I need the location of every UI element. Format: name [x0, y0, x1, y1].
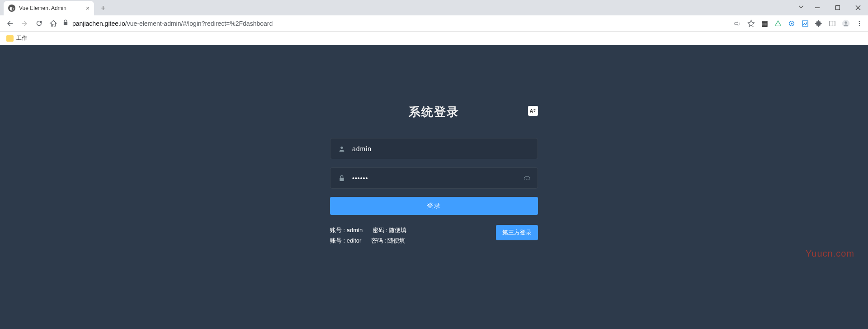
watermark: Yuucn.com — [806, 248, 854, 259]
close-tab-icon[interactable]: × — [86, 5, 90, 12]
svg-line-19 — [529, 178, 530, 179]
tab-title: Vue Element Admin — [19, 5, 86, 11]
svg-line-18 — [528, 179, 528, 180]
toolbar-icons: ▦ — [733, 19, 863, 28]
svg-point-5 — [791, 23, 793, 24]
lock-icon — [337, 175, 347, 182]
address-bar: panjiachen.gitee.io/vue-element-admin/#/… — [0, 15, 868, 32]
svg-rect-7 — [830, 21, 835, 26]
browser-tab-bar: ◐ Vue Element Admin × + — [0, 0, 868, 15]
share-icon[interactable] — [733, 19, 741, 28]
extension-icon-1[interactable]: ▦ — [760, 19, 769, 28]
extension-icon-3[interactable] — [801, 19, 809, 28]
toggle-password-icon[interactable] — [523, 173, 531, 183]
chevron-down-icon[interactable] — [798, 4, 804, 12]
folder-icon — [6, 35, 14, 42]
tip-account-1: 账号 : admin — [330, 227, 363, 234]
extensions-menu-icon[interactable] — [815, 19, 823, 28]
lock-icon — [62, 19, 69, 27]
minimize-button[interactable] — [807, 0, 827, 15]
username-field-wrapper — [330, 138, 538, 159]
password-field-wrapper — [330, 167, 538, 189]
login-button[interactable]: 登录 — [330, 197, 538, 215]
bookmark-folder[interactable]: 工作 — [6, 34, 27, 42]
side-panel-icon[interactable] — [828, 19, 836, 28]
profile-icon[interactable] — [842, 19, 850, 28]
svg-point-12 — [859, 23, 860, 24]
menu-icon[interactable] — [855, 19, 863, 28]
close-window-button[interactable] — [848, 0, 868, 15]
page-title: 系统登录 — [330, 104, 538, 120]
svg-line-17 — [526, 179, 527, 180]
svg-rect-1 — [835, 6, 840, 10]
login-tips: 账号 : admin 密码 : 随便填 账号 : editor 密码 : 随便填 — [330, 225, 406, 246]
new-tab-button[interactable]: + — [97, 2, 109, 14]
user-icon — [337, 145, 347, 153]
url-host: panjiachen.gitee.io — [72, 20, 125, 27]
maximize-button[interactable] — [827, 0, 848, 15]
tip-account-2: 账号 : editor — [330, 237, 361, 244]
svg-rect-6 — [802, 21, 808, 26]
favicon-icon: ◐ — [8, 5, 15, 12]
app-content: 系统登录 A文 登录 账号 : admin — [0, 45, 868, 329]
language-switch-button[interactable]: A文 — [528, 106, 538, 116]
extension-icon-2[interactable] — [788, 19, 796, 28]
bookmark-label: 工作 — [16, 34, 27, 42]
tip-password-2: 密码 : 随便填 — [371, 237, 406, 244]
window-controls — [798, 0, 868, 15]
forward-button[interactable] — [19, 18, 30, 29]
login-form: 系统登录 A文 登录 账号 : admin — [330, 45, 538, 246]
back-button[interactable] — [5, 18, 15, 29]
svg-point-10 — [844, 21, 847, 24]
tips-row: 账号 : admin 密码 : 随便填 账号 : editor 密码 : 随便填… — [330, 225, 538, 246]
third-party-login-button[interactable]: 第三方登录 — [496, 225, 538, 240]
password-input[interactable] — [347, 168, 523, 188]
bookmark-bar: 工作 — [0, 32, 868, 45]
reload-button[interactable] — [33, 18, 44, 29]
svg-point-13 — [859, 25, 860, 26]
home-button[interactable] — [48, 18, 59, 29]
browser-tab[interactable]: ◐ Vue Element Admin × — [4, 1, 94, 15]
svg-rect-15 — [340, 177, 344, 181]
svg-point-14 — [340, 146, 343, 148]
url-input[interactable]: panjiachen.gitee.io/vue-element-admin/#/… — [62, 19, 725, 27]
svg-point-11 — [859, 21, 860, 22]
tip-password-1: 密码 : 随便填 — [373, 227, 407, 234]
url-path: /vue-element-admin/#/login?redirect=%2Fd… — [125, 20, 273, 27]
star-icon[interactable] — [747, 19, 755, 28]
username-input[interactable] — [347, 138, 531, 159]
vue-devtools-icon[interactable] — [774, 19, 782, 28]
svg-line-16 — [524, 178, 525, 179]
